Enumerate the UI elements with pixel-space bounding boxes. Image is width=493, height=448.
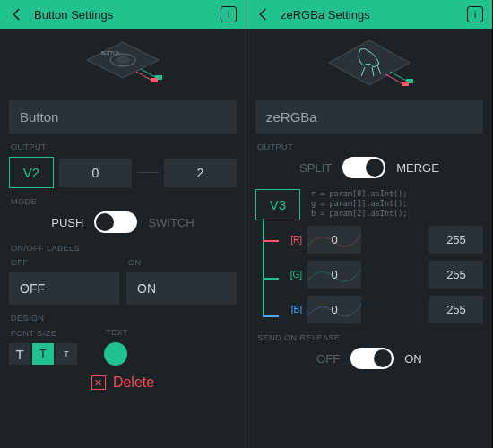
hero-illustration (246, 29, 492, 100)
svg-line-5 (136, 72, 152, 81)
range-connector (137, 172, 159, 174)
channel-g-label: [G] (282, 270, 302, 280)
output-pin-selector[interactable]: V2 (9, 157, 54, 188)
back-icon[interactable] (9, 6, 25, 22)
merge-label: MERGE (396, 161, 439, 175)
hero-illustration: BUTTON (0, 29, 246, 100)
widget-name-input[interactable]: Button (9, 100, 237, 134)
channel-r-min[interactable]: 0 (307, 226, 361, 254)
mode-push-label: PUSH (51, 216, 83, 229)
font-size-group: T T T (9, 343, 77, 365)
send-on-label: ON (404, 352, 422, 366)
header: Button Settings i (0, 0, 246, 29)
svg-text:BUTTON: BUTTON (101, 50, 120, 56)
output-pin-selector[interactable]: V3 (255, 189, 300, 220)
mode-toggle[interactable] (94, 211, 137, 233)
mode-label: MODE (11, 197, 237, 206)
info-icon[interactable]: i (221, 6, 237, 22)
onoff-section-label: ON/OFF LABELS (11, 244, 237, 253)
delete-icon: ✕ (91, 375, 106, 390)
mode-switch-label: SWITCH (148, 216, 194, 229)
channel-b-min[interactable]: 0 (307, 296, 361, 323)
text-color-picker[interactable] (104, 342, 127, 366)
header-title: Button Settings (34, 8, 221, 22)
wire-g (263, 278, 279, 280)
channel-g-min[interactable]: 0 (307, 261, 361, 289)
wire-r (263, 240, 279, 242)
off-label: OFF (11, 258, 119, 267)
wire-vertical (263, 219, 264, 315)
send-off-label: OFF (316, 352, 340, 366)
info-icon[interactable]: i (467, 6, 483, 22)
channel-g-max[interactable]: 255 (429, 261, 483, 289)
svg-point-2 (116, 56, 130, 64)
font-size-label: FONT SIZE (11, 329, 77, 338)
font-size-small[interactable]: T (56, 343, 77, 365)
output-label: OUTPUT (11, 142, 237, 151)
delete-button[interactable]: ✕ Delete (9, 375, 237, 391)
send-on-release-label: SEND ON RELEASE (257, 333, 483, 342)
code-hint: r = param[0].asInt(); g = param[1].asInt… (311, 189, 407, 219)
off-value-input[interactable]: OFF (9, 272, 119, 305)
output-mode-toggle[interactable] (342, 157, 385, 178)
font-size-medium[interactable]: T (32, 343, 54, 365)
on-label: ON (128, 258, 237, 267)
output-label: OUTPUT (257, 142, 483, 151)
delete-label: Delete (113, 375, 154, 391)
output-min-input[interactable]: 0 (59, 159, 132, 187)
channel-b-label: [B] (282, 305, 302, 314)
svg-line-4 (141, 69, 157, 78)
font-size-large[interactable]: T (9, 343, 30, 365)
back-icon[interactable] (255, 6, 272, 22)
svg-marker-8 (329, 40, 410, 85)
header-title: zeRGBa Settings (281, 8, 467, 22)
header: zeRGBa Settings i (246, 0, 492, 29)
widget-name-input[interactable]: zeRGBa (255, 100, 483, 134)
svg-line-9 (390, 72, 408, 82)
wire-b (263, 315, 279, 317)
design-label: DESIGN (11, 314, 237, 323)
channel-b-max[interactable]: 255 (429, 296, 483, 323)
on-value-input[interactable]: ON (126, 272, 237, 305)
svg-rect-12 (402, 82, 409, 86)
zergba-settings-panel: zeRGBa Settings i zeRGBa OUTPUT SPLIT ME… (246, 0, 493, 448)
output-max-input[interactable]: 2 (164, 159, 237, 187)
rgb-channels: [R] 0 255 [G] 0 255 [B] 0 255 (255, 226, 483, 333)
svg-line-10 (385, 74, 403, 84)
button-settings-panel: Button Settings i BUTTON Button OUTPUT V… (0, 0, 246, 448)
channel-r-label: [R] (282, 235, 302, 245)
svg-rect-7 (151, 78, 158, 82)
channel-r-max[interactable]: 255 (429, 226, 483, 254)
split-label: SPLIT (299, 161, 332, 175)
send-on-release-toggle[interactable] (350, 348, 394, 369)
text-color-label: TEXT (106, 328, 128, 337)
